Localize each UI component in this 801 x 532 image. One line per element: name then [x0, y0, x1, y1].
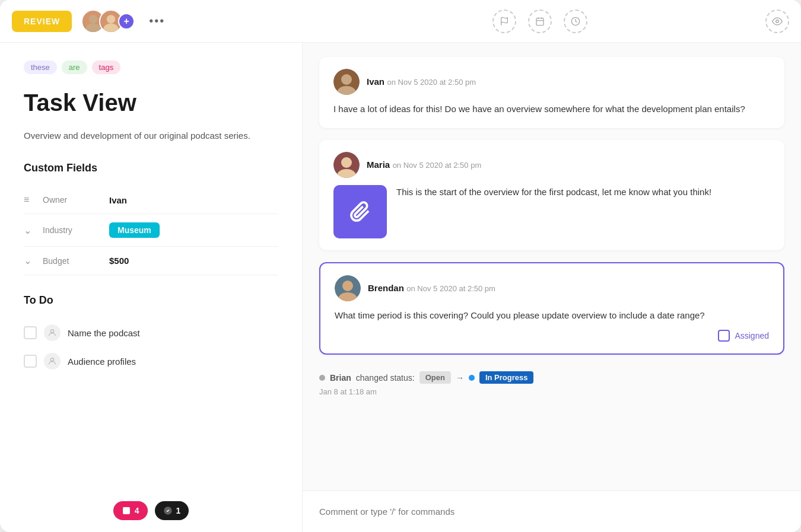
- status-change-user: Brian: [330, 373, 351, 383]
- comment-meta-brendan: Brendan on Nov 5 2020 at 2:50 pm: [368, 283, 769, 294]
- comment-author-brendan: Brendan: [368, 283, 404, 293]
- status-dot-blue: [469, 375, 475, 381]
- avatar-group: +: [81, 9, 135, 33]
- budget-label: Budget: [43, 256, 102, 266]
- svg-point-10: [776, 20, 779, 23]
- status-change-date: Jan 8 at 1:18 am: [319, 387, 784, 396]
- comment-footer-brendan: Assigned: [335, 330, 769, 342]
- custom-fields-title: Custom Fields: [24, 162, 278, 174]
- toolbar: REVIEW + •••: [0, 0, 801, 43]
- svg-point-16: [341, 74, 352, 85]
- todo-checkbox-1[interactable]: [24, 326, 37, 339]
- custom-fields-section: Custom Fields ≡ Owner Ivan ⌄ Industry Mu…: [24, 162, 278, 275]
- comment-card-maria: Maria on Nov 5 2020 at 2:50 pm This is t…: [319, 140, 784, 250]
- status-change-row: Brian changed status: Open → In Progress: [319, 371, 784, 384]
- industry-label: Industry: [43, 225, 102, 235]
- comment-time-maria: on Nov 5 2020 at 2:50 pm: [393, 161, 482, 170]
- flag-button[interactable]: [492, 9, 516, 33]
- tag-these[interactable]: these: [24, 60, 57, 74]
- comment-avatar-maria: [333, 152, 360, 178]
- badge-pink[interactable]: 4: [113, 501, 148, 520]
- comment-input-area: [303, 490, 801, 532]
- comment-text-ivan: I have a lot of ideas for this! Do we ha…: [333, 102, 770, 116]
- todo-text-2: Audience profiles: [68, 356, 136, 367]
- comment-header-ivan: Ivan on Nov 5 2020 at 2:50 pm: [333, 69, 770, 95]
- svg-point-22: [342, 281, 353, 291]
- comment-attachment-icon: [333, 185, 387, 238]
- todo-section: To Do Name the podcast: [24, 294, 278, 375]
- comment-time-brendan: on Nov 5 2020 at 2:50 pm: [406, 284, 495, 293]
- main-content: these are tags Task View Overview and de…: [0, 43, 801, 532]
- svg-point-11: [50, 330, 53, 333]
- todo-item-1: Name the podcast: [24, 318, 278, 347]
- comment-header-brendan: Brendan on Nov 5 2020 at 2:50 pm: [335, 275, 769, 301]
- right-panel: Ivan on Nov 5 2020 at 2:50 pm I have a l…: [303, 43, 801, 532]
- comment-author-ivan: Ivan: [367, 77, 384, 87]
- comment-time-ivan: on Nov 5 2020 at 2:50 pm: [387, 78, 476, 87]
- svg-point-19: [341, 157, 352, 168]
- bottom-bar: 4 1: [0, 501, 302, 520]
- status-inprogress: In Progress: [479, 371, 534, 384]
- todo-title: To Do: [24, 294, 278, 307]
- todo-text-1: Name the podcast: [68, 328, 140, 338]
- page-title: Task View: [24, 88, 278, 117]
- comment-body-brendan: What time period is this covering? Could…: [335, 308, 769, 323]
- svg-rect-5: [536, 18, 543, 25]
- calendar-button[interactable]: [528, 9, 552, 33]
- status-arrow: →: [456, 373, 464, 383]
- comments-area: Ivan on Nov 5 2020 at 2:50 pm I have a l…: [303, 43, 801, 490]
- status-dot-gray: [319, 375, 325, 381]
- clock-button[interactable]: [564, 9, 587, 33]
- toolbar-left: REVIEW + •••: [12, 9, 314, 33]
- svg-point-0: [89, 15, 97, 23]
- field-row-industry: ⌄ Industry Museum: [24, 214, 278, 247]
- more-options-button[interactable]: •••: [144, 9, 170, 33]
- comment-text-brendan: What time period is this covering? Could…: [335, 308, 769, 323]
- comment-card-brendan: Brendan on Nov 5 2020 at 2:50 pm What ti…: [319, 262, 784, 355]
- owner-label: Owner: [43, 195, 102, 205]
- page-description: Overview and development of our original…: [24, 129, 278, 143]
- svg-point-1: [86, 23, 101, 33]
- budget-icon: ⌄: [24, 255, 36, 266]
- status-change-action: changed status:: [356, 373, 415, 383]
- todo-item-2: Audience profiles: [24, 347, 278, 375]
- tags-row: these are tags: [24, 60, 278, 74]
- budget-value: $500: [109, 256, 129, 266]
- comment-author-maria: Maria: [367, 160, 390, 170]
- field-row-owner: ≡ Owner Ivan: [24, 186, 278, 214]
- comment-header-maria: Maria on Nov 5 2020 at 2:50 pm: [333, 152, 770, 178]
- tag-are[interactable]: are: [62, 60, 87, 74]
- left-panel: these are tags Task View Overview and de…: [0, 43, 303, 532]
- toolbar-center: [314, 9, 765, 33]
- eye-button[interactable]: [765, 9, 789, 33]
- todo-person-icon-1: [44, 324, 61, 341]
- comment-input[interactable]: [319, 501, 784, 523]
- industry-badge[interactable]: Museum: [109, 222, 160, 238]
- toolbar-right: [765, 9, 789, 33]
- comment-body-ivan: I have a lot of ideas for this! Do we ha…: [333, 102, 770, 116]
- comment-avatar-ivan: [333, 69, 360, 95]
- owner-value: Ivan: [109, 195, 127, 205]
- status-open: Open: [419, 371, 451, 384]
- comment-avatar-brendan: [335, 275, 361, 301]
- review-button[interactable]: REVIEW: [12, 11, 72, 32]
- tag-tags[interactable]: tags: [92, 60, 121, 74]
- comment-body-maria: This is the start of the overview for th…: [333, 185, 770, 238]
- assigned-checkbox[interactable]: [718, 330, 730, 342]
- svg-point-2: [107, 15, 115, 23]
- todo-checkbox-2[interactable]: [24, 355, 37, 368]
- comment-text-maria: This is the start of the overview for th…: [396, 185, 770, 199]
- comment-meta-maria: Maria on Nov 5 2020 at 2:50 pm: [367, 160, 770, 170]
- assigned-label: Assigned: [735, 331, 769, 340]
- todo-person-icon-2: [44, 353, 61, 369]
- svg-point-3: [104, 23, 119, 33]
- industry-icon: ⌄: [24, 225, 36, 236]
- add-member-button[interactable]: +: [118, 13, 135, 30]
- badge-dark-count: 1: [176, 506, 181, 515]
- owner-icon: ≡: [24, 195, 36, 205]
- status-change: Brian changed status: Open → In Progress…: [319, 367, 784, 401]
- comment-meta-ivan: Ivan on Nov 5 2020 at 2:50 pm: [367, 77, 770, 87]
- field-row-budget: ⌄ Budget $500: [24, 247, 278, 275]
- badge-dark[interactable]: 1: [155, 501, 189, 520]
- badge-pink-count: 4: [135, 506, 139, 515]
